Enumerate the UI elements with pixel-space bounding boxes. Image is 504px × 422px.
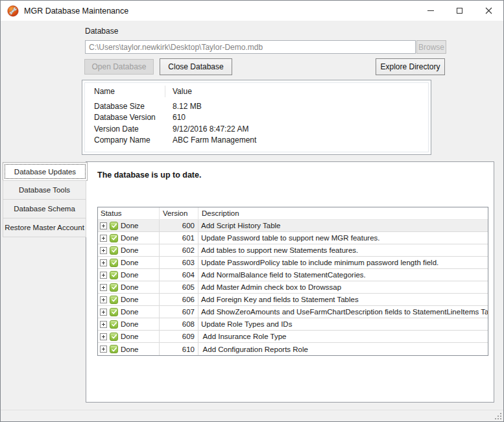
tab-label: Database Schema (14, 205, 75, 213)
tab-database-tools[interactable]: Database Tools (3, 180, 86, 200)
expand-plus-icon[interactable] (100, 222, 107, 229)
info-row: Database Version 610 (85, 112, 428, 124)
tab-restore-master-account[interactable]: Restore Master Account (3, 218, 86, 237)
update-row[interactable]: Done 610 Add Configuration Reports Role (98, 343, 488, 355)
done-check-icon (110, 308, 118, 316)
close-icon (485, 7, 492, 14)
caption-buttons (416, 1, 503, 21)
status-label: Done (121, 320, 139, 328)
tab-label: Restore Master Account (5, 224, 84, 231)
expand-plus-icon[interactable] (100, 259, 107, 266)
done-check-icon (110, 246, 118, 255)
status-cell: Done (98, 269, 160, 281)
version-cell: 600 (160, 220, 198, 231)
status-column-header[interactable]: Status (98, 207, 160, 219)
info-rows: Database Size 8.12 MB Database Version 6… (85, 100, 428, 146)
description-cell: Add Configuration Reports Role (198, 343, 488, 355)
status-label: Done (121, 283, 139, 291)
update-row[interactable]: Done 606 Add Foreign Key and fields to S… (98, 294, 488, 306)
status-label: Done (121, 234, 139, 242)
done-check-icon (110, 296, 118, 304)
status-cell: Done (98, 306, 160, 318)
close-button[interactable] (474, 1, 503, 21)
info-name-cell: Version Date (85, 124, 164, 134)
expand-plus-icon[interactable] (100, 346, 107, 353)
update-row[interactable]: Done 603 Update PasswordPolicy table to … (98, 257, 488, 269)
status-cell: Done (98, 244, 160, 256)
maximize-button[interactable] (445, 1, 474, 21)
version-column-header[interactable]: Version (160, 207, 198, 219)
version-cell: 609 (160, 331, 198, 342)
status-label: Done (121, 308, 139, 316)
updates-table: Status Version Description Done 600 Add … (97, 207, 488, 356)
expand-plus-icon[interactable] (100, 272, 107, 279)
expand-plus-icon[interactable] (100, 333, 107, 340)
update-row[interactable]: Done 605 Add Master Admin check box to D… (98, 281, 488, 294)
info-name-cell: Company Name (85, 135, 164, 145)
tab-database-updates[interactable]: Database Updates (3, 162, 88, 181)
update-status-message: The database is up to date. (97, 170, 201, 180)
done-check-icon (110, 222, 118, 230)
resize-grip-icon[interactable] (494, 412, 501, 419)
tab-database-schema[interactable]: Database Schema (3, 199, 86, 218)
version-cell: 608 (160, 318, 198, 330)
done-check-icon (110, 320, 118, 329)
database-path-group: Browse (85, 40, 446, 54)
description-cell: Add NormalBalance field to StatementCate… (198, 269, 488, 281)
info-row: Company Name ABC Farm Management (85, 135, 428, 147)
info-header-row: Name Value (86, 84, 427, 99)
updates-table-header: Status Version Description (98, 207, 488, 220)
expand-plus-icon[interactable] (100, 296, 107, 303)
database-info-list: Name Value Database Size 8.12 MB Databas… (84, 82, 429, 152)
database-label: Database (85, 27, 118, 36)
done-check-icon (110, 259, 118, 267)
expand-plus-icon[interactable] (100, 284, 107, 291)
app-window: MGR Database Maintenance Database Browse… (0, 0, 504, 422)
info-value-cell: 8.12 MB (164, 102, 202, 111)
info-value-cell: 610 (164, 113, 186, 122)
update-row[interactable]: Done 607 Add ShowZeroAmounts and UseFarm… (98, 306, 488, 318)
update-row[interactable]: Done 601 Update Password table to suppor… (98, 232, 488, 244)
info-row: Version Date 9/12/2016 8:47:22 AM (85, 123, 428, 135)
description-cell: Update Password table to support new MGR… (198, 232, 488, 244)
info-header-value[interactable]: Value (165, 86, 192, 97)
description-cell: Update PasswordPolicy table to include m… (198, 257, 488, 268)
expand-plus-icon[interactable] (100, 247, 107, 254)
minimize-button[interactable] (416, 1, 445, 21)
status-label: Done (121, 246, 139, 254)
info-header-name[interactable]: Name (86, 86, 165, 97)
database-updates-panel: The database is up to date. Status Versi… (86, 161, 494, 403)
explore-directory-button[interactable]: Explore Directory (376, 58, 445, 75)
update-row[interactable]: Done 600 Add Script History Table (98, 220, 488, 232)
minimize-icon (427, 10, 434, 11)
status-cell: Done (98, 220, 160, 231)
version-cell: 603 (160, 257, 198, 268)
update-row[interactable]: Done 602 Add tables to support new State… (98, 244, 488, 257)
expand-plus-icon[interactable] (100, 321, 107, 328)
done-check-icon (110, 234, 118, 242)
description-cell: Add Foreign Key and fields to Statement … (198, 294, 488, 305)
close-database-button[interactable]: Close Database (160, 58, 232, 75)
status-cell: Done (98, 343, 160, 355)
expand-plus-icon[interactable] (100, 235, 107, 242)
info-name-cell: Database Version (85, 113, 164, 122)
info-row: Database Size 8.12 MB (85, 100, 428, 112)
status-label: Done (121, 222, 139, 229)
info-value-cell: ABC Farm Management (164, 135, 256, 145)
titlebar: MGR Database Maintenance (1, 1, 503, 21)
description-cell: Add tables to support new Statements fea… (198, 244, 488, 256)
expand-plus-icon[interactable] (100, 309, 107, 316)
status-cell: Done (98, 257, 160, 268)
open-database-button: Open Database (84, 59, 154, 75)
update-row[interactable]: Done 608 Update Role Types and IDs (98, 318, 488, 331)
done-check-icon (110, 333, 118, 341)
version-cell: 601 (160, 232, 198, 244)
description-column-header[interactable]: Description (198, 207, 488, 219)
update-row[interactable]: Done 604 Add NormalBalance field to Stat… (98, 269, 488, 281)
update-row[interactable]: Done 609 Add Insurance Role Type (98, 331, 488, 343)
status-cell: Done (98, 294, 160, 305)
browse-button: Browse (416, 40, 446, 54)
status-label: Done (121, 271, 139, 279)
window-title: MGR Database Maintenance (24, 6, 128, 16)
info-value-cell: 9/12/2016 8:47:22 AM (164, 124, 248, 134)
